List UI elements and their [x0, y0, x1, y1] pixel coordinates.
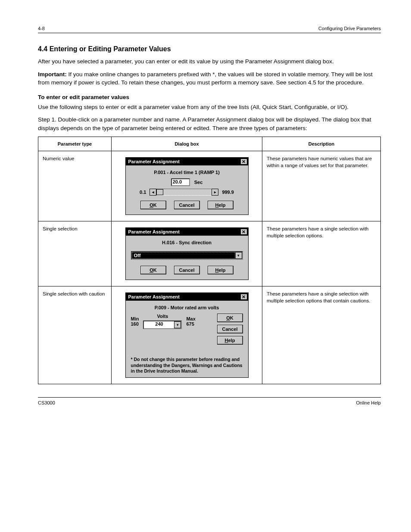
cancel-button[interactable]: Cancel [174, 266, 200, 274]
subhead: To enter or edit parameter values [38, 94, 381, 100]
steps-intro: Use the following steps to enter or edit… [38, 103, 381, 112]
intro-p1: After you have selected a parameter, you… [38, 57, 381, 66]
section-title: 4.4 Entering or Editing Parameter Values [38, 45, 381, 53]
cancel-button[interactable]: Cancel [174, 201, 200, 209]
param-type-table: Parameter type Dialog box Description Nu… [38, 137, 381, 384]
help-button[interactable]: Help [208, 266, 234, 274]
th-dialog: Dialog box [112, 137, 262, 151]
footer-right: Online Help [356, 400, 381, 405]
dialog-caution: Parameter Assignment ✕ P.009 - Motor rat… [125, 292, 249, 377]
combo-value: Off [132, 252, 235, 259]
important-label: Important: [38, 71, 67, 78]
row3-type: Single selection with caution [38, 286, 112, 384]
row3-dialog-cell: Parameter Assignment ✕ P.009 - Motor rat… [112, 286, 262, 384]
dlg3-title: Parameter Assignment [128, 294, 180, 299]
help-button[interactable]: Help [208, 201, 234, 209]
slider-thumb[interactable] [156, 189, 163, 195]
table-row: Single selection with caution Parameter … [38, 286, 381, 384]
ok-button[interactable]: OK [217, 314, 243, 322]
dlg2-param: H.016 - Sync direction [130, 240, 244, 245]
unit-label: Sec [194, 180, 203, 185]
close-icon[interactable]: ✕ [240, 294, 247, 300]
intro-p2-text: If you make online changes to parameters… [38, 71, 373, 86]
page-number: 4-8 [38, 26, 45, 31]
max-val: 675 [186, 321, 195, 327]
footer-rule [38, 397, 381, 398]
row1-desc: These parameters have numeric values tha… [262, 151, 381, 221]
volts-select[interactable]: 240 ▾ [143, 320, 182, 329]
dialog-numeric: Parameter Assignment ✕ P.001 - Accel tim… [125, 157, 249, 215]
min-val: 160 [131, 321, 139, 327]
dlg3-param: P.009 - Motor rated arm volts [131, 305, 243, 310]
table-row: Numeric value Parameter Assignment ✕ P.0… [38, 151, 381, 221]
combo-select[interactable]: Off ▾ [131, 251, 243, 260]
th-desc: Description [262, 137, 381, 151]
dlg1-title: Parameter Assignment [128, 159, 180, 164]
close-icon[interactable]: ✕ [240, 159, 247, 165]
slider-track[interactable] [156, 189, 212, 196]
arrow-left-icon[interactable]: ◂ [149, 189, 156, 196]
close-icon[interactable]: ✕ [240, 229, 247, 235]
ok-button[interactable]: OK [140, 201, 166, 209]
row1-dialog-cell: Parameter Assignment ✕ P.001 - Accel tim… [112, 151, 262, 221]
help-button[interactable]: Help [217, 336, 243, 345]
slider[interactable]: ◂ ▸ [149, 189, 218, 196]
volts-label: Volts [143, 314, 182, 319]
arrow-right-icon[interactable]: ▸ [212, 189, 218, 196]
dialog-single: Parameter Assignment ✕ H.016 - Sync dire… [125, 227, 249, 280]
min-label: 0.1 [140, 190, 146, 195]
th-type: Parameter type [38, 137, 112, 151]
row1-type: Numeric value [38, 151, 112, 221]
min-head: Min [131, 316, 139, 321]
volts-value: 240 [144, 321, 174, 328]
chevron-down-icon[interactable]: ▾ [235, 252, 242, 259]
caution-text: * Do not change this parameter before re… [131, 357, 243, 373]
max-label: 999.9 [222, 190, 234, 195]
table-row: Single selection Parameter Assignment ✕ … [38, 221, 381, 286]
intro-p2: Important: If you make online changes to… [38, 70, 381, 87]
ok-button[interactable]: OK [140, 266, 166, 274]
cancel-button[interactable]: Cancel [217, 325, 243, 333]
max-head: Max [186, 316, 195, 321]
footer-left: CS3000 [38, 400, 55, 405]
row3-desc: These parameters have a single selection… [262, 286, 381, 384]
step-1: Step 1. Double-click on a parameter numb… [38, 115, 381, 132]
row2-dialog-cell: Parameter Assignment ✕ H.016 - Sync dire… [112, 221, 262, 286]
dlg2-title: Parameter Assignment [128, 229, 180, 234]
header-rule [38, 33, 381, 33]
page-section: Configuring Drive Parameters [318, 26, 381, 31]
row2-type: Single selection [38, 221, 112, 286]
row2-desc: These parameters have a single selection… [262, 221, 381, 286]
chevron-down-icon[interactable]: ▾ [174, 321, 181, 328]
value-input[interactable]: 20.0 [171, 178, 190, 186]
dlg1-param: P.001 - Accel time 1 (RAMP 1) [130, 170, 244, 175]
